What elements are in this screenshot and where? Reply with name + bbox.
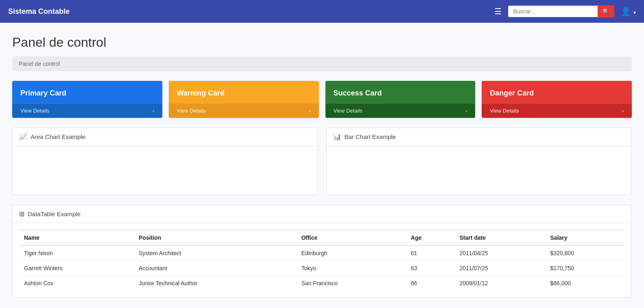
charts-row: 📈 Area Chart Example 📊 Bar Chart Example (12, 128, 632, 195)
danger-card-chevron: › (622, 108, 624, 114)
success-card-footer[interactable]: View Details › (325, 103, 476, 118)
table-wrapper: Name Position Office Age Start date Sala… (13, 223, 631, 297)
bar-chart-icon: 📊 (333, 133, 341, 141)
user-menu-button[interactable]: 👤 ▾ (621, 7, 636, 16)
table-cell: 2009/01/12 (454, 276, 545, 291)
primary-card: Primary Card View Details › (12, 81, 162, 118)
navbar: Sistema Contable ☰ 🔍 👤 ▾ (0, 0, 644, 23)
table-row: Tiger NixonSystem ArchitectEdinburgh6120… (19, 245, 625, 261)
table-cell: 2011/04/25 (454, 245, 545, 261)
table-cell: 66 (406, 276, 455, 291)
datatable-header: ⊞ DataTable Example (13, 205, 631, 223)
datatable: Name Position Office Age Start date Sala… (19, 230, 625, 291)
col-office: Office (297, 230, 406, 245)
warning-card-footer-label: View Details (177, 108, 206, 114)
table-cell: San Francisco (297, 276, 406, 291)
bar-chart-header: 📊 Bar Chart Example (327, 128, 632, 146)
datatable-icon: ⊞ (19, 210, 24, 218)
table-cell: $170,750 (546, 261, 625, 276)
table-cell: 2011/07/25 (454, 261, 545, 276)
col-start-date: Start date (454, 230, 545, 245)
area-chart-body (13, 146, 318, 195)
bar-chart-panel: 📊 Bar Chart Example (326, 128, 632, 195)
danger-card-footer[interactable]: View Details › (482, 103, 632, 118)
warning-card-header: Warning Card (169, 81, 319, 103)
success-card-footer-label: View Details (334, 108, 362, 114)
area-chart-icon: 📈 (19, 133, 27, 141)
table-cell: $86,000 (546, 276, 625, 291)
table-cell: Accountant (134, 261, 297, 276)
bar-chart-title: Bar Chart Example (345, 133, 396, 140)
primary-card-footer[interactable]: View Details › (12, 103, 162, 118)
success-card-header: Success Card (325, 81, 476, 103)
table-header-row: Name Position Office Age Start date Sala… (19, 230, 625, 245)
col-position: Position (134, 230, 297, 245)
table-cell: 61 (406, 245, 455, 261)
search-button[interactable]: 🔍 (598, 5, 614, 17)
page-content: Panel de control Panel de control Primar… (0, 23, 644, 306)
success-card: Success Card View Details › (325, 81, 476, 118)
table-cell: Edinburgh (297, 245, 406, 261)
user-dropdown-icon: ▾ (633, 10, 636, 15)
search-input[interactable] (508, 6, 598, 17)
primary-card-header: Primary Card (12, 81, 162, 103)
danger-card: Danger Card View Details › (482, 81, 632, 118)
danger-card-footer-label: View Details (490, 108, 519, 114)
primary-card-chevron: › (152, 108, 154, 114)
area-chart-panel: 📈 Area Chart Example (12, 128, 318, 195)
table-cell: Tokyo (297, 261, 406, 276)
col-age: Age (406, 230, 455, 245)
table-cell: System Architect (134, 245, 297, 261)
page-title: Panel de control (12, 35, 632, 50)
table-cell: Garrett Winters (19, 261, 134, 276)
search-form: 🔍 (508, 5, 614, 17)
table-row: Ashton CoxJunior Technical AuthorSan Fra… (19, 276, 625, 291)
danger-card-header: Danger Card (482, 81, 632, 103)
success-card-chevron: › (465, 108, 467, 114)
cards-row: Primary Card View Details › Warning Card… (12, 81, 632, 118)
bar-chart-body (327, 146, 632, 195)
col-salary: Salary (546, 230, 625, 245)
table-cell: 63 (406, 261, 455, 276)
user-icon: 👤 (621, 7, 631, 16)
breadcrumb: Panel de control (12, 56, 632, 71)
table-cell: $320,800 (546, 245, 625, 261)
warning-card-footer[interactable]: View Details › (169, 103, 319, 118)
brand-title: Sistema Contable (8, 7, 70, 16)
datatable-title: DataTable Example (28, 210, 81, 217)
table-cell: Junior Technical Author (134, 276, 297, 291)
table-cell: Tiger Nixon (19, 245, 134, 261)
table-row: Garrett WintersAccountantTokyo632011/07/… (19, 261, 625, 276)
area-chart-header: 📈 Area Chart Example (13, 128, 318, 146)
table-cell: Ashton Cox (19, 276, 134, 291)
area-chart-title: Area Chart Example (31, 133, 85, 140)
search-icon: 🔍 (603, 8, 609, 15)
primary-card-footer-label: View Details (20, 108, 49, 114)
warning-card: Warning Card View Details › (169, 81, 319, 118)
col-name: Name (19, 230, 134, 245)
menu-toggle-button[interactable]: ☰ (494, 7, 502, 16)
warning-card-chevron: › (309, 108, 310, 114)
datatable-panel: ⊞ DataTable Example Name Position Office… (12, 205, 632, 297)
